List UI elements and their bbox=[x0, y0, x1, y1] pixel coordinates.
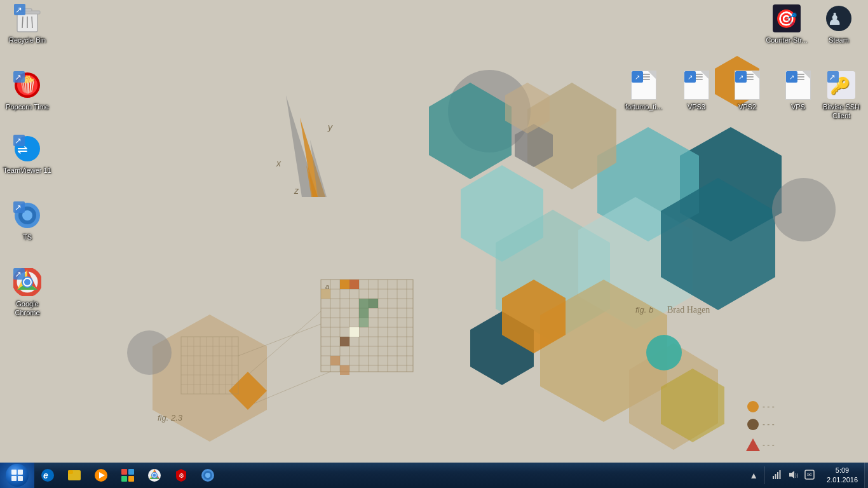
vps-label: VPS bbox=[791, 102, 805, 111]
system-tray: ▲ )))) bbox=[743, 463, 820, 488]
desktop-icon-vps3[interactable]: ↗ VPS3 bbox=[672, 70, 721, 111]
svg-rect-140 bbox=[128, 476, 134, 482]
svg-rect-128 bbox=[18, 470, 23, 475]
svg-rect-134 bbox=[68, 470, 73, 474]
vps2-icon: ↗ bbox=[732, 70, 763, 100]
svg-rect-66 bbox=[330, 356, 340, 365]
google-chrome-label: Google Chrome bbox=[3, 299, 51, 318]
teamviewer-label: TeamViewer 11 bbox=[3, 166, 51, 175]
svg-text:Brad Hagen: Brad Hagen bbox=[667, 305, 710, 315]
taskbar-ie[interactable]: e bbox=[34, 463, 61, 487]
svg-point-23 bbox=[127, 330, 172, 375]
desktop-icon-ts[interactable]: ↗ TS bbox=[3, 200, 51, 241]
show-hidden-icons[interactable]: ▲ bbox=[747, 470, 760, 480]
svg-rect-64 bbox=[349, 327, 359, 337]
taskbar-right: ▲ )))) bbox=[743, 463, 868, 488]
svg-rect-150 bbox=[775, 474, 776, 479]
volume-icon[interactable]: )))) bbox=[786, 470, 800, 482]
desktop: a y x z fig. b fig. 2.3 Brad Hagen - - -… bbox=[0, 0, 868, 463]
start-button[interactable] bbox=[0, 463, 34, 488]
bitvise-icon: 🔑 ↗ bbox=[826, 70, 857, 100]
desktop-icon-google-chrome[interactable]: ↗ Google Chrome bbox=[3, 267, 51, 318]
bitvise-label: Bitvise SSH Client bbox=[818, 102, 864, 121]
counter-strike-icon: 🎯 bbox=[771, 3, 802, 34]
svg-text:↗: ↗ bbox=[15, 203, 22, 212]
svg-text:↗: ↗ bbox=[15, 5, 22, 15]
svg-rect-139 bbox=[121, 476, 127, 482]
clock[interactable]: 5:09 2.01.2016 bbox=[820, 463, 864, 488]
svg-rect-138 bbox=[128, 469, 134, 475]
svg-text:♟: ♟ bbox=[827, 10, 842, 29]
vps3-label: VPS3 bbox=[688, 102, 705, 111]
svg-text:↗: ↗ bbox=[829, 72, 836, 82]
svg-rect-151 bbox=[777, 472, 778, 479]
taskbar-ts[interactable] bbox=[194, 463, 221, 487]
vps-icon: ↗ bbox=[783, 70, 813, 100]
teamviewer-icon: ⇌ ↗ bbox=[12, 133, 43, 164]
svg-point-144 bbox=[153, 474, 156, 477]
svg-text:- - -: - - - bbox=[763, 402, 775, 411]
taskbar: e bbox=[0, 463, 868, 488]
popcorn-time-label: Popcorn Time bbox=[6, 102, 49, 111]
network-icon[interactable] bbox=[770, 470, 783, 482]
svg-text:e: e bbox=[43, 470, 48, 480]
svg-text:↗: ↗ bbox=[15, 72, 22, 82]
desktop-icon-vps2[interactable]: ↗ VPS2 bbox=[723, 70, 771, 111]
svg-rect-58 bbox=[349, 280, 359, 289]
svg-text:y: y bbox=[327, 122, 333, 132]
show-desktop-button[interactable] bbox=[864, 463, 868, 488]
svg-rect-127 bbox=[11, 470, 17, 475]
svg-text:z: z bbox=[294, 186, 299, 196]
svg-text:↗: ↗ bbox=[15, 136, 22, 146]
svg-rect-65 bbox=[340, 337, 349, 346]
svg-text:✉: ✉ bbox=[807, 471, 812, 478]
desktop-icon-popcorn-time[interactable]: 🍿 ↗ Popcorn Time bbox=[3, 70, 51, 111]
svg-rect-63 bbox=[359, 318, 369, 327]
svg-rect-62 bbox=[359, 308, 369, 318]
vps2-label: VPS2 bbox=[738, 102, 756, 111]
recycle-bin-icon: ↗ bbox=[12, 3, 43, 34]
desktop-icon-fortumo[interactable]: ↗ fortumo_ti... bbox=[620, 70, 668, 111]
start-orb bbox=[6, 464, 29, 487]
svg-text:- - -: - - - bbox=[763, 440, 775, 449]
taskbar-multi[interactable] bbox=[114, 463, 141, 487]
notification-icon[interactable]: ✉ bbox=[803, 470, 817, 482]
taskbar-media-player[interactable] bbox=[88, 463, 114, 487]
svg-point-82 bbox=[747, 401, 759, 412]
tray-separator bbox=[764, 466, 765, 484]
svg-rect-67 bbox=[340, 365, 349, 375]
svg-rect-61 bbox=[369, 299, 378, 308]
desktop-icon-counter-strike[interactable]: 🎯 Counter-Str... bbox=[763, 3, 811, 44]
taskbar-explorer[interactable] bbox=[61, 463, 88, 487]
desktop-icon-recycle-bin[interactable]: ↗ Recycle Bin bbox=[3, 3, 51, 44]
svg-rect-60 bbox=[359, 299, 369, 308]
desktop-icon-vps[interactable]: ↗ VPS bbox=[774, 70, 822, 111]
ts-label: TS bbox=[23, 233, 32, 241]
svg-marker-153 bbox=[789, 471, 794, 478]
desktop-icon-bitvise[interactable]: 🔑 ↗ Bitvise SSH Client bbox=[818, 70, 864, 121]
svg-point-115 bbox=[24, 279, 31, 285]
svg-rect-130 bbox=[18, 476, 23, 481]
fortumo-icon: ↗ bbox=[628, 70, 659, 100]
svg-rect-152 bbox=[780, 470, 781, 479]
desktop-icon-steam[interactable]: ♟ Steam bbox=[815, 3, 863, 44]
svg-rect-137 bbox=[121, 469, 127, 475]
svg-text:fig. 2.3: fig. 2.3 bbox=[158, 413, 183, 423]
taskbar-shield[interactable]: ⚙ bbox=[168, 463, 194, 487]
svg-point-84 bbox=[747, 419, 759, 430]
taskbar-chrome[interactable] bbox=[141, 463, 168, 487]
svg-text:↗: ↗ bbox=[15, 269, 22, 279]
svg-point-16 bbox=[772, 178, 836, 241]
time-display: 5:09 bbox=[836, 466, 849, 475]
svg-line-93 bbox=[32, 17, 32, 28]
svg-text:- - -: - - - bbox=[763, 420, 775, 429]
svg-rect-59 bbox=[321, 289, 330, 299]
svg-rect-57 bbox=[340, 280, 349, 289]
fortumo-label: fortumo_ti... bbox=[625, 102, 662, 111]
svg-text:x: x bbox=[276, 158, 281, 168]
desktop-icon-teamviewer[interactable]: ⇌ ↗ TeamViewer 11 bbox=[3, 133, 51, 175]
svg-line-91 bbox=[22, 17, 23, 28]
svg-rect-129 bbox=[11, 476, 17, 481]
svg-text:)))): )))) bbox=[795, 472, 798, 478]
svg-text:fig. b: fig. b bbox=[635, 305, 653, 315]
